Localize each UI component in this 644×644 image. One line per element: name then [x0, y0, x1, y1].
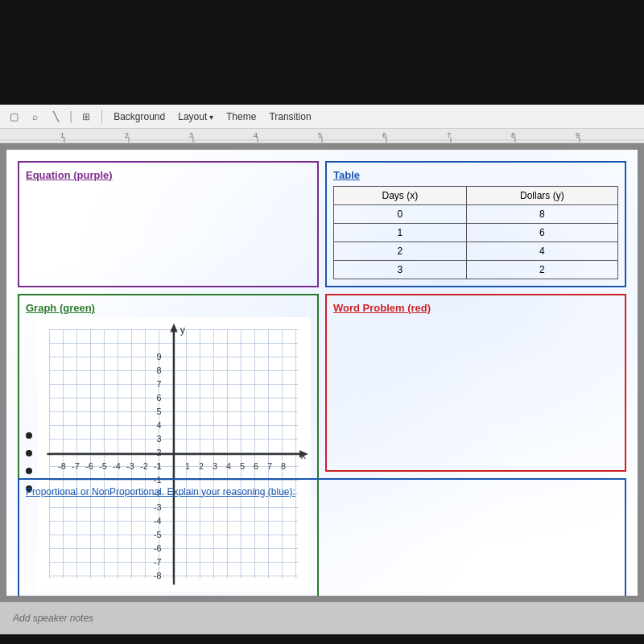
slide: Equation (purple) Table Days (x) Dollars…: [6, 150, 638, 596]
table-box: Table Days (x) Dollars (y) 0 8: [325, 161, 626, 287]
bullet-3: [26, 468, 32, 474]
svg-text:6: 6: [254, 461, 258, 471]
square-icon[interactable]: ▢: [6, 109, 21, 124]
svg-text:1: 1: [60, 131, 64, 139]
table-cell-x1: 1: [334, 224, 467, 242]
svg-text:y: y: [180, 324, 186, 336]
svg-text:-3: -3: [126, 461, 134, 471]
svg-text:-7: -7: [72, 461, 80, 471]
slide-content: Equation (purple) Table Days (x) Dollars…: [6, 150, 638, 596]
ruler: 1 2 3 4 5 6 7 8 9: [0, 129, 644, 143]
svg-text:6: 6: [382, 131, 386, 139]
svg-text:8: 8: [157, 365, 162, 375]
proportional-title: Proportional or NonProportional. Explain…: [26, 486, 618, 497]
slide-area: Equation (purple) Table Days (x) Dollars…: [0, 143, 644, 602]
svg-text:1: 1: [185, 461, 190, 471]
table-title: Table: [333, 169, 618, 181]
table-cell-y3: 2: [466, 261, 617, 279]
search-icon[interactable]: ⌕: [27, 109, 42, 124]
speaker-notes-area[interactable]: Add speaker notes: [0, 602, 644, 634]
svg-text:7: 7: [157, 379, 162, 389]
svg-text:2: 2: [125, 131, 129, 139]
bullet-2: [26, 450, 32, 456]
svg-text:2: 2: [157, 448, 162, 457]
svg-text:-1: -1: [154, 461, 162, 471]
theme-button[interactable]: Theme: [223, 109, 259, 124]
svg-text:-4: -4: [113, 461, 121, 471]
svg-text:7: 7: [447, 131, 451, 139]
table-row: 1 6: [334, 224, 618, 242]
table-row: 2 4: [334, 242, 618, 261]
background-button[interactable]: Background: [110, 109, 168, 124]
svg-text:7: 7: [267, 461, 272, 471]
svg-text:3: 3: [213, 461, 217, 471]
table-cell-y2: 4: [466, 242, 617, 261]
speaker-notes-label: Add speaker notes: [13, 613, 93, 624]
table-row: 0 8: [334, 205, 618, 224]
ruler-marks: 1 2 3 4 5 6 7 8 9: [0, 129, 644, 142]
table-row: 3 2: [334, 261, 618, 279]
layout-button[interactable]: Layout: [175, 109, 217, 124]
toolbar-separator: |: [69, 109, 72, 124]
svg-text:-8: -8: [58, 461, 66, 471]
table-cell-y0: 8: [466, 205, 617, 224]
table-header-x: Days (x): [334, 187, 467, 205]
svg-text:4: 4: [157, 420, 162, 430]
toolbar: ▢ ⌕ ╲ | ⊞ Background Layout Theme Transi…: [0, 105, 644, 129]
svg-text:-6: -6: [85, 461, 93, 471]
graph-title: Graph (green): [26, 302, 311, 314]
table-cell-x0: 0: [334, 205, 467, 224]
svg-text:6: 6: [157, 393, 162, 402]
svg-text:5: 5: [157, 407, 162, 416]
equation-box: Equation (purple): [18, 161, 319, 287]
equation-title: Equation (purple): [26, 169, 311, 181]
svg-text:9: 9: [576, 131, 580, 139]
data-table: Days (x) Dollars (y) 0 8 1 6: [333, 186, 618, 279]
table-header-y: Dollars (y): [466, 187, 617, 205]
svg-text:9: 9: [157, 352, 162, 361]
bullet-1: [26, 432, 32, 439]
line-icon[interactable]: ╲: [48, 109, 63, 124]
svg-text:3: 3: [157, 434, 162, 444]
toolbar-divider: [101, 109, 102, 124]
svg-text:x: x: [301, 450, 307, 461]
word-problem-title: Word Problem (red): [333, 302, 618, 314]
svg-text:5: 5: [318, 131, 322, 139]
bottom-black-bar: [0, 634, 644, 644]
transition-button[interactable]: Transition: [266, 109, 314, 124]
svg-text:8: 8: [281, 461, 286, 471]
svg-text:2: 2: [199, 461, 204, 471]
word-problem-box: Word Problem (red): [325, 294, 626, 472]
svg-text:4: 4: [226, 461, 231, 471]
svg-text:8: 8: [511, 131, 515, 139]
top-black-bar: [0, 0, 644, 105]
svg-text:-2: -2: [140, 461, 148, 471]
svg-text:5: 5: [240, 461, 245, 471]
svg-text:4: 4: [254, 131, 258, 139]
table-cell-x3: 3: [334, 261, 467, 279]
table-cell-x2: 2: [334, 242, 467, 261]
svg-text:3: 3: [189, 131, 193, 139]
image-icon[interactable]: ⊞: [79, 109, 93, 124]
table-cell-y1: 6: [466, 224, 617, 242]
proportional-box: Proportional or NonProportional. Explain…: [18, 478, 626, 597]
svg-text:-5: -5: [99, 461, 107, 471]
